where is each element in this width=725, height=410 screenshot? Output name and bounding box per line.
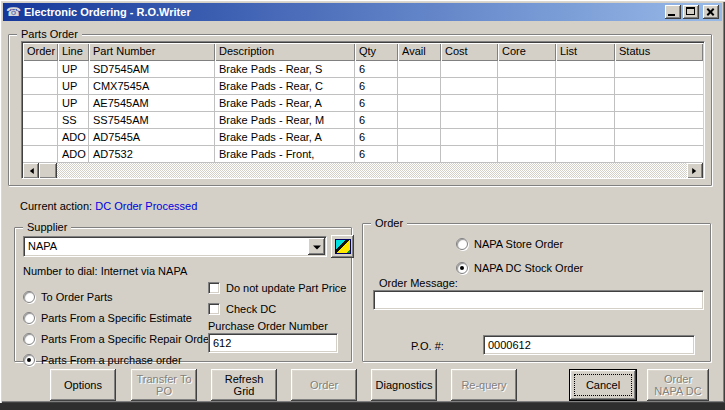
column-header-qty[interactable]: Qty <box>355 43 398 61</box>
table-cell <box>398 129 441 145</box>
scrollbar-track[interactable] <box>57 163 687 179</box>
parts-order-group-label: Parts Order <box>17 28 82 41</box>
supplier-group-label: Supplier <box>23 221 71 234</box>
radio-napa-dc-stock-order[interactable]: NAPA DC Stock Order <box>456 261 583 274</box>
grid-body: UPSD7545AMBrake Pads - Rear, S6UPCMX7545… <box>23 61 703 163</box>
electronic-ordering-window: Electronic Ordering - R.O.Writer Parts O… <box>0 0 725 403</box>
diagnostics-button[interactable]: Diagnostics <box>371 369 437 401</box>
scroll-left-button[interactable] <box>23 163 39 179</box>
parts-order-group: Parts Order OrderLinePart NumberDescript… <box>8 34 712 186</box>
checkbox-do-not-update-part-price[interactable]: Do not update Part Price <box>208 281 346 294</box>
radio-icon <box>23 333 35 345</box>
table-cell: 6 <box>355 61 398 77</box>
table-cell <box>556 146 615 162</box>
column-header-order[interactable]: Order <box>23 43 58 61</box>
scroll-right-button[interactable] <box>687 163 703 179</box>
table-cell <box>498 61 556 77</box>
combo-dropdown-button[interactable] <box>308 238 325 255</box>
scrollbar-thumb[interactable] <box>39 163 57 179</box>
column-header-cost[interactable]: Cost <box>441 43 498 61</box>
table-cell <box>398 112 441 128</box>
table-cell <box>498 78 556 94</box>
radio-parts-from-a-specific-repair-order[interactable]: Parts From a Specific Repair Order <box>23 332 213 345</box>
table-cell <box>615 61 703 77</box>
table-cell <box>556 95 615 111</box>
column-header-description[interactable]: Description <box>215 43 355 61</box>
purchase-order-number-input[interactable] <box>208 333 338 353</box>
table-cell: 6 <box>355 112 398 128</box>
table-row[interactable]: UPAE7545AMBrake Pads - Rear, A6 <box>23 95 703 112</box>
table-cell: AD7532 <box>89 146 215 162</box>
table-cell <box>441 61 498 77</box>
radio-icon <box>23 354 35 366</box>
supplier-catalog-button[interactable] <box>331 235 354 258</box>
table-cell: UP <box>58 78 89 94</box>
table-cell <box>398 146 441 162</box>
button-label: Re-query <box>456 379 511 391</box>
arrow-right-icon <box>692 168 699 174</box>
table-cell <box>615 146 703 162</box>
table-row[interactable]: UPCMX7545ABrake Pads - Rear, C6 <box>23 78 703 95</box>
radio-parts-from-a-specific-estimate[interactable]: Parts From a Specific Estimate <box>23 311 213 324</box>
button-label: Order NAPA DC <box>647 373 709 397</box>
checkbox-label: Check DC <box>226 303 276 315</box>
close-icon <box>703 5 719 19</box>
column-header-part-number[interactable]: Part Number <box>89 43 215 61</box>
table-row[interactable]: ADOAD7545ABrake Pads - Rear, A6 <box>23 129 703 146</box>
column-header-list[interactable]: List <box>556 43 615 61</box>
po-number-input[interactable] <box>483 335 695 355</box>
h-scrollbar[interactable] <box>23 163 703 179</box>
button-label: Order <box>305 379 343 391</box>
chevron-down-icon <box>313 245 321 253</box>
table-cell <box>556 61 615 77</box>
column-header-core[interactable]: Core <box>498 43 556 61</box>
table-cell: 6 <box>355 78 398 94</box>
maximize-button[interactable] <box>683 5 699 19</box>
table-cell <box>441 129 498 145</box>
table-row[interactable]: UPSD7545AMBrake Pads - Rear, S6 <box>23 61 703 78</box>
column-header-avail[interactable]: Avail <box>398 43 441 61</box>
radio-label: Parts From a Specific Estimate <box>41 312 192 324</box>
table-cell: Brake Pads - Rear, C <box>215 78 355 94</box>
supplier-radio-group: To Order PartsParts From a Specific Esti… <box>23 290 213 366</box>
radio-icon <box>23 291 35 303</box>
column-header-status[interactable]: Status <box>615 43 703 61</box>
supplier-group: Supplier NAPA Number to dial: Internet v… <box>14 227 352 362</box>
table-cell: CMX7545A <box>89 78 215 94</box>
close-button[interactable] <box>703 5 719 19</box>
table-cell: SS <box>58 112 89 128</box>
options-button[interactable]: Options <box>50 369 116 401</box>
checkbox-check-dc[interactable]: Check DC <box>208 302 346 315</box>
radio-parts-from-a-purchase-order[interactable]: Parts From a purchase order <box>23 353 213 366</box>
table-cell: ADO <box>58 129 89 145</box>
table-cell <box>441 146 498 162</box>
table-cell <box>23 61 58 77</box>
supplier-combo-value: NAPA <box>24 237 307 256</box>
radio-label: NAPA DC Stock Order <box>474 262 583 274</box>
table-cell <box>615 95 703 111</box>
refresh-grid-button[interactable]: Refresh Grid <box>211 369 277 401</box>
order-group-label: Order <box>371 217 407 230</box>
order-message-input[interactable] <box>373 290 704 310</box>
catalog-icon <box>335 239 351 254</box>
table-cell <box>498 112 556 128</box>
radio-label: NAPA Store Order <box>474 238 563 250</box>
radio-napa-store-order[interactable]: NAPA Store Order <box>456 237 583 250</box>
table-cell <box>398 78 441 94</box>
table-cell <box>615 78 703 94</box>
table-row[interactable]: SSSS7545AMBrake Pads - Rear, M6 <box>23 112 703 129</box>
radio-to-order-parts[interactable]: To Order Parts <box>23 290 213 303</box>
table-row[interactable]: ADOAD7532Brake Pads - Front,6 <box>23 146 703 163</box>
column-header-line[interactable]: Line <box>58 43 89 61</box>
table-cell: Brake Pads - Rear, M <box>215 112 355 128</box>
re-query-button: Re-query <box>451 369 517 401</box>
table-cell: UP <box>58 61 89 77</box>
cancel-button[interactable]: Cancel <box>569 369 637 401</box>
number-to-dial-label: Number to dial: Internet via NAPA <box>23 265 187 277</box>
table-cell <box>23 112 58 128</box>
button-label: Refresh Grid <box>211 373 277 397</box>
title-bar[interactable]: Electronic Ordering - R.O.Writer <box>3 3 722 21</box>
minimize-button[interactable] <box>665 5 681 19</box>
supplier-combobox[interactable]: NAPA <box>23 236 327 257</box>
button-label: Options <box>59 379 107 391</box>
